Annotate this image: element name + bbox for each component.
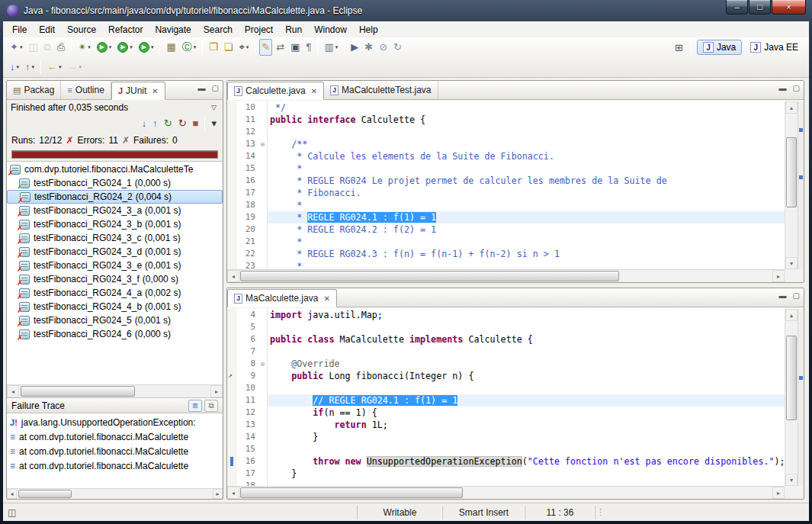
previous-failed-test-button[interactable]: ↑ xyxy=(150,115,160,132)
show-stack-trace-in-console-button[interactable]: ≣ xyxy=(188,400,202,412)
close-tab-icon[interactable]: ✕ xyxy=(152,87,158,95)
scroll-thumb[interactable] xyxy=(240,487,463,498)
next-annotation-dropdown-icon[interactable]: ▾ xyxy=(17,64,20,70)
junit-test-row[interactable]: ✗testFibonacci_RG024_4_b(0,001 s) xyxy=(7,300,223,313)
external-tools-button[interactable]: ▶▾ xyxy=(136,39,156,56)
restart-button[interactable]: ↻ xyxy=(391,39,404,56)
print-button[interactable]: ⎙ xyxy=(55,39,67,56)
previous-annotation-button[interactable]: ↑▾ xyxy=(23,59,37,76)
menu-item-file[interactable]: File xyxy=(6,23,33,37)
scroll-down-icon[interactable]: ▾ xyxy=(785,257,798,269)
minimize-view-button[interactable]: ▬ xyxy=(778,84,788,92)
debug-dropdown-icon[interactable]: ▾ xyxy=(88,44,91,50)
editor-tab-macalculettetest-java[interactable]: JMaCalculetteTest.java xyxy=(324,81,438,99)
code-line[interactable]: 17 } xyxy=(227,468,785,480)
scroll-left-icon[interactable]: ◂ xyxy=(227,487,239,499)
code-line[interactable]: 21 * xyxy=(227,236,785,248)
rerun-tests-button[interactable]: ↻ xyxy=(162,115,175,132)
code-line[interactable]: 7 xyxy=(227,346,785,358)
code-line[interactable]: 6public class MaCalculette implements Ca… xyxy=(227,333,785,346)
code-line[interactable]: 18 xyxy=(227,480,785,486)
maximize-view-button[interactable]: ▢ xyxy=(210,84,220,92)
code-line[interactable]: 16 * REGLE RG024 Le projet permet de cal… xyxy=(227,175,785,187)
menu-item-source[interactable]: Source xyxy=(61,23,102,37)
previous-annotation-dropdown-icon[interactable]: ▾ xyxy=(32,64,35,70)
code-line[interactable]: 14 * Calcule les elements de la Suite de… xyxy=(227,150,785,162)
menu-item-refactor[interactable]: Refactor xyxy=(102,23,149,37)
code-line[interactable]: 15 xyxy=(227,443,785,455)
junit-test-row[interactable]: ✗testFibonacci_RG024_4_a(0,002 s) xyxy=(7,286,223,300)
scroll-thumb[interactable] xyxy=(18,490,72,498)
code-line[interactable]: 5 xyxy=(227,321,785,333)
junit-test-row[interactable]: ✗testFibonacci_RG024_3_b(0,001 s) xyxy=(7,217,223,231)
code-line[interactable]: 12 xyxy=(227,126,785,138)
back-button[interactable]: ←▾ xyxy=(45,59,64,76)
trace-hscrollbar[interactable]: ◂ ▸ xyxy=(7,488,223,499)
run-coverage-dropdown-icon[interactable]: ▾ xyxy=(130,44,133,50)
code-line[interactable]: 11 // REGLE RG024.1 : f(1) = 1 xyxy=(227,394,785,407)
tab-junit[interactable]: JJUnit✕ xyxy=(111,82,165,100)
annotation-tick[interactable] xyxy=(799,376,803,380)
test-run-history-button[interactable]: ▾ xyxy=(209,115,219,132)
next-failed-test-button[interactable]: ↓ xyxy=(140,115,149,132)
scroll-left-icon[interactable]: ◂ xyxy=(7,385,19,397)
compare-result-button[interactable]: ⧉ xyxy=(204,400,218,412)
profile-button[interactable]: ✱ xyxy=(362,39,375,56)
stop-test-run-button[interactable]: ■ xyxy=(191,115,201,132)
scroll-right-icon[interactable]: ▸ xyxy=(772,487,785,499)
trace-row[interactable]: J!java.lang.UnsupportedOperationExceptio… xyxy=(7,415,223,429)
minimize-view-button[interactable]: ▬ xyxy=(197,84,207,92)
scroll-thumb[interactable] xyxy=(240,271,619,281)
code-line[interactable]: 17 * Fibonacci. xyxy=(227,187,785,199)
next-annotation-button[interactable]: ↓▾ xyxy=(8,59,21,76)
editor-tab-macalculette-java[interactable]: JMaCalculette.java✕ xyxy=(227,289,337,307)
block-selection-button[interactable]: ▥▾ xyxy=(322,39,340,56)
debug-button[interactable]: ✴▾ xyxy=(75,39,92,56)
code-line[interactable]: 19 * REGLE RG024.1 : f(1) = 1 xyxy=(227,211,785,223)
run-coverage-button[interactable]: ▶▾ xyxy=(115,39,135,56)
junit-tree-hscrollbar[interactable]: ◂ ▸ xyxy=(7,384,223,397)
run-dropdown-icon[interactable]: ▾ xyxy=(109,44,112,50)
trace-row[interactable]: ≡at com.dvp.tutoriel.fibonacci.MaCalcule… xyxy=(7,429,223,444)
menu-item-help[interactable]: Help xyxy=(353,23,384,37)
code-line[interactable]: 16 throw new UnsupportedOperationExcepti… xyxy=(227,455,785,468)
menu-item-search[interactable]: Search xyxy=(197,23,239,37)
scroll-right-icon[interactable]: ▸ xyxy=(210,385,223,397)
junit-test-row[interactable]: ✗testFibonacci_RG024_2(0,004 s) xyxy=(7,190,223,204)
back-dropdown-icon[interactable]: ▾ xyxy=(59,64,62,70)
maximize-window-button[interactable]: □ xyxy=(749,0,771,14)
annotation-tick[interactable] xyxy=(799,128,803,132)
scroll-left-icon[interactable]: ◂ xyxy=(227,270,239,282)
fast-view-icon[interactable]: ◫ xyxy=(8,507,23,518)
external-tools-dropdown-icon[interactable]: ▾ xyxy=(151,44,154,50)
open-type-button[interactable]: ❏ xyxy=(222,39,236,56)
open-perspective-button[interactable]: ⊞ xyxy=(672,42,685,53)
title-bar[interactable]: Java - fibonacci/src/main/java/com/dvp/t… xyxy=(0,0,812,21)
trace-row[interactable]: ≡at com.dvp.tutoriel.fibonacci.MaCalcule… xyxy=(7,458,223,473)
new-java-project-button[interactable]: ▦ xyxy=(164,39,178,56)
code-line[interactable]: 10 */ xyxy=(227,101,785,114)
junit-test-row[interactable]: ✗testFibonacci_RG024_3_a(0,001 s) xyxy=(7,204,223,217)
skip-breakpoints-button[interactable]: ⊘ xyxy=(377,39,390,56)
forward-dropdown-icon[interactable]: ▾ xyxy=(79,64,82,70)
code-line[interactable]: 11public interface Calculette { xyxy=(227,114,785,126)
scroll-thumb[interactable] xyxy=(786,336,797,420)
maximize-view-button[interactable]: ▢ xyxy=(791,84,801,92)
close-window-button[interactable]: × xyxy=(772,0,806,14)
code-line[interactable]: 15 * xyxy=(227,162,785,175)
open-element-button[interactable]: ❐ xyxy=(207,39,220,56)
scroll-thumb[interactable] xyxy=(21,386,135,397)
close-tab-icon[interactable]: ✕ xyxy=(311,87,317,95)
fold-marker-icon[interactable]: ⊖ xyxy=(258,138,268,150)
junit-test-row[interactable]: ✗testFibonacci_RG024_3_f(0,000 s) xyxy=(7,272,223,286)
code-line[interactable]: 14 } xyxy=(227,431,785,443)
new-wizard-button[interactable]: ✦▾ xyxy=(8,39,24,56)
run-button[interactable]: ▶▾ xyxy=(95,39,114,56)
horizontal-scrollbar[interactable]: ◂▸ xyxy=(227,486,785,499)
new-java-class-dropdown-icon[interactable]: ▾ xyxy=(194,44,197,50)
perspective-java[interactable]: JJava xyxy=(697,40,742,55)
code-line[interactable]: 22 * REGLE RG024.3 : f(n) = f(n-1) + f(n… xyxy=(227,248,785,260)
minimize-view-button[interactable]: ▬ xyxy=(778,291,788,300)
new-wizard-dropdown-icon[interactable]: ▾ xyxy=(20,44,23,50)
minimize-window-button[interactable]: – xyxy=(726,0,748,14)
